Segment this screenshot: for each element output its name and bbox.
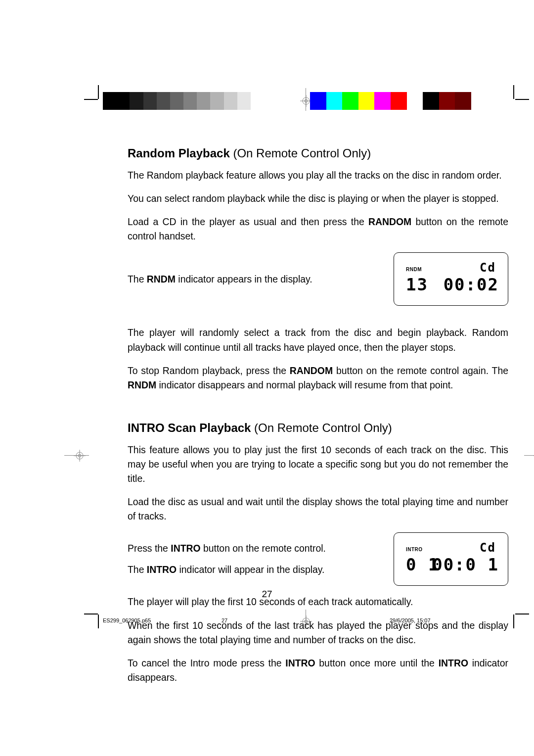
footer-page: 27 <box>222 617 330 623</box>
footer-filename: ES299_062905.p65 <box>103 617 222 623</box>
row-rndm-display: The RNDM indicator appears in the displa… <box>128 252 508 306</box>
grayscale-calibration-bar <box>103 92 264 110</box>
crop-mark <box>515 614 529 614</box>
page-content: Random Playback (On Remote Control Only)… <box>128 146 508 694</box>
lcd-cd-label: Cd <box>480 541 496 555</box>
body-text: The Random playback feature allows you p… <box>128 168 508 183</box>
lcd-time: 00:0 1 <box>432 555 499 574</box>
crop-mark <box>513 85 514 99</box>
body-text: The RNDM indicator appears in the displa… <box>128 272 384 286</box>
crop-mark <box>98 85 99 99</box>
crop-mark <box>513 614 514 628</box>
crop-mark <box>84 614 98 614</box>
body-text: This feature allows you to play just the… <box>128 443 508 486</box>
lcd-display-rndm: RNDM Cd 13 00:02 <box>394 252 508 306</box>
lcd-time: 00:02 <box>444 275 499 294</box>
crop-mark <box>84 99 98 100</box>
crop-mark <box>515 99 529 100</box>
crop-guide <box>524 455 534 456</box>
row-intro-display: Press the INTRO button on the remote con… <box>128 532 508 586</box>
lcd-cd-label: Cd <box>480 261 496 275</box>
body-text: The player will randomly select a track … <box>128 326 508 354</box>
lcd-display-intro: INTRO Cd 0 1 00:0 1 <box>394 532 508 586</box>
body-text: To stop Random playback, press the RANDO… <box>128 364 508 392</box>
body-text: To cancel the Intro mode press the INTRO… <box>128 656 508 685</box>
crop-guide <box>64 455 89 456</box>
lcd-track: 13 <box>406 275 428 294</box>
heading-bold: INTRO Scan Playback <box>128 421 251 434</box>
page-number: 27 <box>0 589 534 600</box>
section-heading-intro: INTRO Scan Playback (On Remote Control O… <box>128 421 508 435</box>
crop-guide <box>306 88 306 111</box>
heading-rest: (On Remote Control Only) <box>230 146 371 160</box>
crop-mark <box>98 614 99 628</box>
heading-bold: Random Playback <box>128 146 230 160</box>
lcd-indicator: RNDM <box>406 267 422 272</box>
section-heading-random: Random Playback (On Remote Control Only) <box>128 146 508 160</box>
body-text: You can select random playback while the… <box>128 191 508 206</box>
heading-rest: (On Remote Control Only) <box>251 421 392 434</box>
prepress-footer: ES299_062905.p65 27 29/6/2005, 15:07 <box>103 617 474 623</box>
lcd-indicator: INTRO <box>406 547 423 552</box>
registration-target-icon <box>74 450 86 462</box>
footer-datetime: 29/6/2005, 15:07 <box>330 617 474 623</box>
color-calibration-bar <box>310 92 471 110</box>
body-text: Load a CD in the player as usual and the… <box>128 215 508 243</box>
body-text: Load the disc as usual and wait until th… <box>128 495 508 523</box>
body-text: Press the INTRO button on the remote con… <box>128 541 384 556</box>
body-text: The INTRO indicator will appear in the d… <box>128 563 384 577</box>
